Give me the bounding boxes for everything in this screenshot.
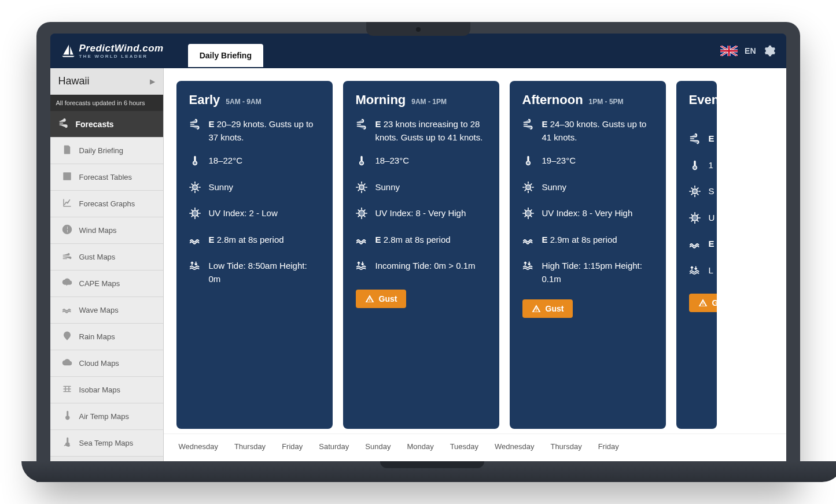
sidebar-item-forecast-tables[interactable]: Forecast Tables (50, 164, 163, 191)
temp-metric: 1 (689, 159, 704, 175)
warning-icon (365, 294, 374, 303)
wind-icon (58, 118, 69, 130)
sky-metric: Sunny (189, 181, 320, 197)
sidebar-item-cloud-maps[interactable]: Cloud Maps (50, 350, 163, 377)
card-time: 5AM - 9AM (226, 98, 261, 106)
wind-metric: E (689, 132, 704, 149)
graph-icon (62, 198, 72, 210)
brand-name: PredictWind.com (79, 43, 164, 54)
sun-icon (356, 181, 367, 197)
uv-metric: U (689, 212, 704, 228)
day-saturday[interactable]: Saturday (319, 442, 349, 451)
day-thursday[interactable]: Thursday (550, 442, 581, 451)
wave-icon (189, 234, 201, 250)
thermometer-icon (689, 159, 701, 175)
day-sunday[interactable]: Sunday (365, 442, 391, 451)
day-wednesday[interactable]: Wednesday (179, 442, 218, 451)
temp-metric: 19–23°C (522, 154, 653, 171)
brand-tagline: THE WORLD LEADER (79, 54, 164, 59)
sidebar-item-isobar-maps[interactable]: Isobar Maps (50, 377, 163, 403)
brand-logo[interactable]: PredictWind.com THE WORLD LEADER (61, 43, 164, 59)
main-content: Early 5AM - 9AM E 20–29 knots. Gusts up … (164, 68, 786, 461)
uv-icon (356, 207, 367, 223)
sky-metric: S (689, 185, 704, 201)
wave-icon (356, 234, 367, 250)
isobar-icon (62, 384, 72, 396)
sun-icon (522, 181, 534, 197)
sidebar-item-air-temp-maps[interactable]: Air Temp Maps (50, 403, 163, 430)
day-friday[interactable]: Friday (282, 442, 303, 451)
location-selector[interactable]: Hawaii ▶ (50, 68, 163, 95)
day-thursday[interactable]: Thursday (234, 442, 266, 451)
alert-label: Gust (379, 294, 397, 303)
sidebar-item-label: Forecast Tables (79, 173, 132, 181)
sky-metric: Sunny (356, 181, 487, 197)
sidebar-item-label: Forecasts (76, 120, 114, 129)
day-friday[interactable]: Friday (598, 442, 619, 451)
sidebar-item-label: Sea Temp Maps (79, 439, 134, 447)
temp-metric: 18–23°C (356, 154, 487, 171)
wind-metric: E 23 knots increasing to 28 knots. Gusts… (356, 118, 487, 144)
uv-icon (189, 207, 201, 223)
sidebar-item-label: Air Temp Maps (79, 412, 129, 421)
sidebar-item-label: Rain Maps (79, 332, 115, 341)
sidebar-item-forecast-graphs[interactable]: Forecast Graphs (50, 191, 163, 217)
day-wednesday[interactable]: Wednesday (495, 442, 534, 451)
day-tuesday[interactable]: Tuesday (450, 442, 478, 451)
alert-gust-button[interactable]: Gust (522, 299, 573, 318)
globe-icon (62, 224, 72, 236)
wave-metric: E (689, 238, 704, 254)
sidebar-item-wave-maps[interactable]: Wave Maps (50, 297, 163, 324)
gear-icon[interactable] (763, 45, 776, 57)
sidebar-item-label: Daily Briefing (79, 146, 124, 155)
sidebar-item-wind-maps[interactable]: Wind Maps (50, 217, 163, 244)
uk-flag-icon[interactable] (720, 46, 738, 56)
update-note: All forecasts updated in 6 hours (50, 95, 163, 111)
wave-metric: E 2.8m at 8s period (356, 234, 487, 250)
card-time: 1PM - 5PM (589, 98, 624, 106)
sky-metric: Sunny (522, 181, 653, 197)
sidebar-item-sea-temp-maps[interactable]: Sea Temp Maps (50, 430, 163, 457)
tide-icon (522, 260, 534, 286)
table-icon (62, 171, 72, 183)
alert-gust-button[interactable]: Gust (356, 290, 407, 308)
tide-metric: Low Tide: 8:50am Height: 0m (189, 260, 320, 286)
wind-icon (522, 118, 534, 144)
sun-icon (189, 181, 201, 197)
sidebar-item-cape-maps[interactable]: CAPE Maps (50, 270, 163, 297)
language-label[interactable]: EN (745, 46, 756, 55)
thermometer-icon (356, 154, 367, 171)
tide-metric: L (689, 264, 704, 280)
laptop-base (21, 461, 837, 482)
sidebar-item-label: Forecast Graphs (79, 199, 135, 208)
wave-icon (689, 238, 701, 254)
sidebar-item-label: Isobar Maps (79, 386, 121, 394)
alert-gust-button[interactable]: G (689, 294, 717, 312)
wind-icon (356, 118, 367, 144)
wave-icon (62, 304, 72, 316)
days-row: WednesdayThursdayFridaySaturdaySundayMon… (164, 433, 786, 461)
day-monday[interactable]: Monday (407, 442, 433, 451)
warning-icon (532, 304, 541, 313)
sidebar-item-label: Wave Maps (79, 306, 119, 314)
forecast-card-morning: Morning 9AM - 1PM E 23 knots increasing … (343, 81, 499, 429)
tab-daily-briefing[interactable]: Daily Briefing (188, 44, 263, 67)
seatemp-icon (62, 437, 72, 449)
wave-metric: E 2.9m at 8s period (522, 234, 653, 250)
wind-metric: E 24–30 knots. Gusts up to 41 knots. (522, 118, 653, 144)
sidebar-item-forecasts[interactable]: Forecasts (50, 111, 163, 138)
rain-icon (62, 331, 72, 343)
sidebar: Hawaii ▶ All forecasts updated in 6 hour… (50, 68, 164, 461)
sidebar-item-gust-maps[interactable]: Gust Maps (50, 244, 163, 270)
cloud-icon (62, 357, 72, 369)
forecast-card-evening: Evening 5PM - 9PM E 1 S U E L G (676, 81, 717, 429)
tide-icon (189, 260, 201, 286)
uv-metric: UV Index: 8 - Very High (356, 207, 487, 223)
uv-metric: UV Index: 8 - Very High (522, 207, 653, 223)
uv-metric: UV Index: 2 - Low (189, 207, 320, 223)
card-title: Afternoon (522, 92, 583, 108)
sidebar-item-daily-briefing[interactable]: Daily Briefing (50, 138, 163, 164)
sidebar-item-label: Wind Maps (79, 226, 117, 235)
sidebar-item-rain-maps[interactable]: Rain Maps (50, 324, 163, 350)
topbar: PredictWind.com THE WORLD LEADER Daily B… (50, 34, 786, 68)
